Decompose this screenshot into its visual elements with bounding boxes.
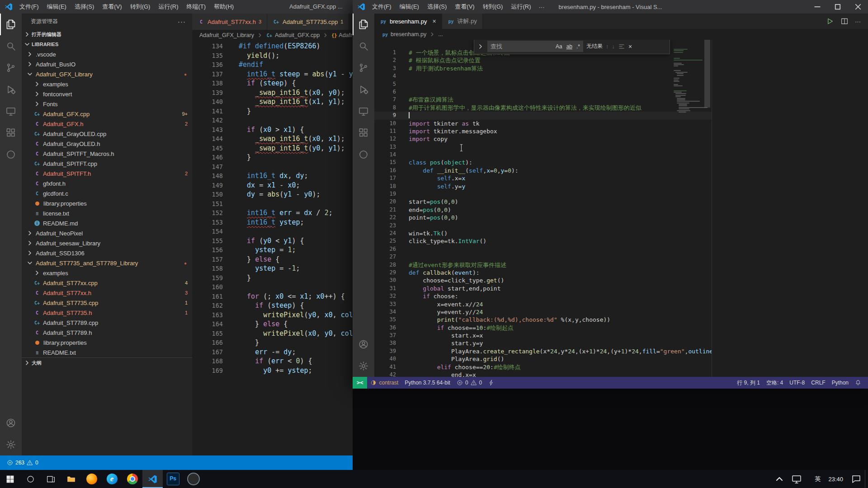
eol[interactable]: CRLF [808, 380, 828, 386]
close-button[interactable] [848, 0, 868, 14]
left-menu-item[interactable]: 选择(S) [71, 0, 98, 14]
taskbar-media-player[interactable] [183, 470, 203, 488]
tree-item-file[interactable]: library.properties [22, 338, 192, 347]
tree-item-file[interactable]: C+Adafruit_ST77xx.cpp4 [22, 278, 192, 288]
tree-item-folder[interactable]: fontconvert [22, 89, 192, 99]
tree-item-file[interactable]: CAdafruit_SPITFT_Macros.h [22, 149, 192, 159]
match-case-toggle[interactable]: Aa [556, 43, 562, 50]
hidden-icons-button[interactable] [771, 474, 788, 484]
breadcrumb-item[interactable]: {}Adafru [331, 32, 353, 38]
activity-item-extensions[interactable] [0, 122, 22, 144]
tree-item-file[interactable]: C+Adafruit_SPITFT.cpp [22, 159, 192, 169]
maximize-button[interactable] [827, 0, 848, 14]
left-code-editor[interactable]: 134#if defined(ESP8266)135 yield();136#e… [192, 41, 353, 455]
tree-item-file[interactable]: CAdafruit_ST77xx.h3 [22, 288, 192, 298]
taskbar-start[interactable] [0, 470, 20, 488]
left-menu-item[interactable]: 帮助(H) [210, 0, 238, 14]
scrollbar-thumb[interactable] [704, 40, 710, 108]
tree-item-folder[interactable]: Adafruit_GFX_Library● [22, 69, 192, 79]
editor-tab[interactable]: py讲解.py [442, 14, 483, 29]
action-more-actions[interactable]: ··· [855, 18, 861, 25]
regex-toggle[interactable]: .* [576, 43, 580, 50]
editor-tab[interactable]: pybresenham.py× [374, 14, 442, 29]
outline-section[interactable]: 大纲 [22, 357, 192, 368]
tree-item-folder[interactable]: Adafruit_NeoPixel [22, 228, 192, 238]
activity-item-extensions[interactable] [353, 122, 374, 144]
activity-item-test[interactable] [353, 144, 374, 165]
tree-item-folder[interactable]: examples [22, 268, 192, 278]
right-menu-item[interactable]: 运行(R) [507, 0, 535, 14]
breadcrumb-item[interactable]: C+Adafruit_GFX.cpp [266, 32, 320, 38]
right-menu-item[interactable]: 查看(V) [451, 0, 478, 14]
workspace-section[interactable]: LIBRARIES [22, 39, 192, 49]
runner-indicator[interactable] [485, 380, 498, 386]
breadcrumb-item[interactable]: pybresenham.py [382, 31, 426, 38]
find-close-button[interactable]: × [628, 43, 632, 50]
left-menu-item[interactable]: 运行(R) [154, 0, 182, 14]
notification-center-button[interactable] [848, 474, 865, 484]
toggle-replace-button[interactable] [477, 43, 484, 50]
taskbar-search[interactable] [20, 470, 41, 488]
right-menu-item[interactable]: 选择(S) [423, 0, 451, 14]
language-mode[interactable]: Python [829, 380, 852, 386]
tree-item-file[interactable]: CAdafruit_ST7789.h [22, 328, 192, 338]
tree-item-file[interactable]: Cgfxfont.h [22, 178, 192, 188]
minimize-button[interactable] [807, 0, 827, 14]
tree-item-file[interactable]: library.properties [22, 198, 192, 208]
cursor-position[interactable]: 行 9, 列 1 [734, 379, 763, 387]
taskbar-vscode[interactable] [142, 470, 163, 488]
activity-item-run-debug[interactable] [0, 79, 22, 100]
taskbar-file-explorer[interactable] [61, 470, 81, 488]
encoding[interactable]: UTF-8 [786, 380, 808, 386]
python-interpreter[interactable]: Python 3.7.5 64-bit [401, 380, 453, 386]
taskbar-photoshop[interactable]: Ps [163, 470, 183, 488]
tree-item-folder[interactable]: Adafruit_BusIO [22, 59, 192, 69]
breadcrumb-item[interactable]: ... [438, 31, 443, 38]
find-next-button[interactable]: ↓ [612, 43, 615, 50]
tree-item-file[interactable]: CAdafruit_GFX.h2 [22, 119, 192, 129]
tree-item-file[interactable]: C+Adafruit_ST7735.cpp1 [22, 298, 192, 308]
taskbar-chrome[interactable] [122, 470, 142, 488]
left-menu-item[interactable]: 编辑(E) [43, 0, 71, 14]
activity-item-account[interactable] [353, 333, 374, 355]
tree-item-file[interactable]: Cglcdfont.c [22, 188, 192, 198]
left-menu-item[interactable]: 转到(G) [126, 0, 155, 14]
indentation[interactable]: 空格: 4 [763, 379, 786, 387]
contrast-extension[interactable]: contrast [367, 380, 401, 386]
activity-item-account[interactable] [0, 412, 22, 434]
remote-indicator[interactable]: >< [353, 377, 367, 389]
taskbar-firefox[interactable] [81, 470, 102, 488]
left-menu-item[interactable]: 终端(T) [182, 0, 210, 14]
tree-item-file[interactable]: CAdafruit_ST7735.h1 [22, 308, 192, 318]
tree-item-folder[interactable]: .vscode [22, 49, 192, 59]
tree-item-file[interactable]: C+Adafruit_ST7789.cpp [22, 318, 192, 328]
ime-indicator[interactable]: 英 [811, 475, 824, 483]
right-menu-item[interactable]: 文件(F) [368, 0, 396, 14]
action-run-file[interactable] [826, 17, 834, 25]
problems-indicator[interactable]: 263 0 [4, 460, 42, 466]
activity-item-remote-explorer[interactable] [353, 100, 374, 122]
activity-item-search[interactable] [353, 35, 374, 57]
minimap[interactable] [674, 40, 703, 113]
display-tray-icon[interactable] [788, 474, 805, 484]
tree-item-folder[interactable]: examples [22, 79, 192, 89]
left-menu-item[interactable]: 文件(F) [15, 0, 43, 14]
tree-item-file[interactable]: C+Adafruit_GFX.cpp9+ [22, 109, 192, 119]
activity-item-search[interactable] [0, 35, 22, 57]
whole-word-toggle[interactable]: ab [566, 43, 572, 50]
find-input[interactable]: 查找 Aa ab .* [487, 41, 583, 52]
find-previous-button[interactable]: ↑ [606, 43, 609, 50]
right-menu-item[interactable]: 转到(G) [479, 0, 507, 14]
activity-item-explorer[interactable] [0, 14, 22, 35]
menu-overflow-button[interactable]: ··· [535, 4, 548, 10]
editor-tab[interactable]: CAdafruit_ST77xx.h3 [192, 14, 267, 30]
activity-item-run-debug[interactable] [353, 79, 374, 100]
activity-item-settings[interactable] [353, 355, 374, 377]
right-code-editor[interactable]: 1# 一个场景，鼠标点击创建起点和终点2# 根据鼠标点击点记录位置3# 用于测试… [374, 40, 712, 377]
taskbar-edge[interactable]: e [102, 470, 122, 488]
find-in-selection-button[interactable] [618, 43, 625, 50]
breadcrumb-item[interactable]: Adafruit_GFX_Library [199, 32, 254, 38]
activity-item-settings[interactable] [0, 434, 22, 455]
action-split-editor[interactable] [840, 17, 849, 25]
activity-item-source-control[interactable] [0, 57, 22, 79]
